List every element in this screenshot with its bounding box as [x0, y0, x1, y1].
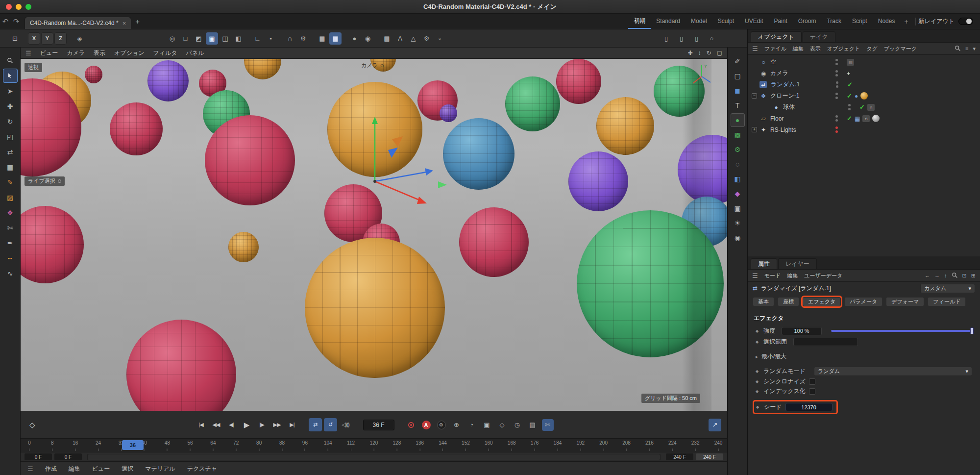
- close-window-button[interactable]: [6, 4, 12, 10]
- object-name[interactable]: Floor: [770, 115, 833, 122]
- maximize-icon[interactable]: ▢: [717, 50, 722, 56]
- plane-button[interactable]: △: [407, 32, 419, 45]
- settings-button[interactable]: ⚙: [420, 32, 433, 45]
- next-frame-button[interactable]: |▶: [255, 418, 269, 431]
- viewport-sphere[interactable]: [305, 238, 445, 378]
- layout-c-button[interactable]: ▯: [690, 32, 703, 45]
- selection-field[interactable]: [793, 338, 858, 346]
- dot-button[interactable]: ▪: [265, 32, 277, 45]
- back-icon[interactable]: ←: [925, 273, 930, 278]
- section-tab-座標[interactable]: 座標: [778, 297, 799, 306]
- grid-tag-tag-icon[interactable]: ▦: [855, 115, 860, 122]
- material-tag-icon[interactable]: [872, 115, 880, 122]
- rotate-tool[interactable]: ↻: [3, 114, 18, 128]
- attr-menu-ユーザーデータ[interactable]: ユーザーデータ: [804, 272, 842, 279]
- attr-menu-編集[interactable]: 編集: [787, 272, 798, 279]
- manager-tab-テイク[interactable]: テイク: [803, 31, 835, 42]
- object-row-ランダム.1[interactable]: ·⇄ランダム.1✓: [748, 79, 980, 90]
- search-icon[interactable]: [952, 272, 958, 279]
- magnet-button[interactable]: ∩: [284, 32, 296, 45]
- range-start-field-2[interactable]: 0 F: [54, 453, 82, 460]
- field-obj-icon[interactable]: ◌: [731, 157, 745, 171]
- expand-arrow-icon[interactable]: ▸: [756, 354, 758, 359]
- om-menu-編集[interactable]: 編集: [793, 45, 804, 52]
- phong-tag-icon[interactable]: ∩: [862, 115, 870, 122]
- strength-slider[interactable]: [831, 330, 972, 332]
- tag-icons[interactable]: ✓: [847, 81, 853, 88]
- new-layout-toggle[interactable]: [958, 18, 973, 25]
- diamond-icon[interactable]: ◆: [756, 340, 760, 344]
- seed-field[interactable]: 12370: [785, 403, 833, 411]
- effector-obj-icon[interactable]: ●: [731, 113, 745, 127]
- workplane-button[interactable]: ◈: [74, 32, 86, 45]
- scale-tool[interactable]: ◰: [3, 129, 18, 144]
- text-obj-icon[interactable]: T: [731, 99, 745, 112]
- viewport-menu-オプション[interactable]: オプション: [114, 49, 144, 57]
- character-tool[interactable]: ❖: [3, 205, 18, 220]
- check-tag-icon[interactable]: ✓: [847, 81, 853, 88]
- camera-obj-icon[interactable]: ▣: [731, 201, 745, 215]
- autokey-button[interactable]: A: [420, 419, 432, 431]
- attribute-tab-レイヤー[interactable]: レイヤー: [778, 258, 817, 269]
- section-tab-フィールド[interactable]: フィールド: [928, 297, 966, 306]
- object-row-クローン-1[interactable]: −❖クローン-1✓●: [748, 90, 980, 101]
- object-name[interactable]: 球体: [783, 103, 846, 111]
- cycle-button[interactable]: ↺: [324, 418, 337, 431]
- layer-thumb-tag-icon[interactable]: ▨: [847, 59, 854, 66]
- layout-tab-Paint[interactable]: Paint: [768, 14, 792, 29]
- random-mode-dropdown[interactable]: ランダム ▾: [814, 367, 972, 376]
- tag-icons[interactable]: +: [847, 70, 850, 77]
- object-row-RS-Lights[interactable]: +✦RS-Lights: [748, 124, 980, 135]
- object-manager-menu-icon[interactable]: ☰: [752, 45, 758, 52]
- tag-icons[interactable]: ✓∩: [859, 103, 875, 111]
- layout-tab-初期[interactable]: 初期: [628, 14, 651, 29]
- minimize-window-button[interactable]: [16, 4, 22, 10]
- deformer-obj-icon[interactable]: ◆: [731, 187, 745, 200]
- diamond-icon[interactable]: ◆: [756, 405, 760, 409]
- spline-tool[interactable]: ∿: [3, 266, 18, 280]
- collapse-icon[interactable]: −: [752, 93, 757, 99]
- object-row-カメラ[interactable]: ·◉カメラ+: [748, 68, 980, 79]
- visibility-dots[interactable]: [833, 59, 840, 65]
- points-button[interactable]: ▣: [206, 32, 218, 45]
- bottom-menu-編集[interactable]: 編集: [69, 465, 80, 473]
- phong-tag-icon[interactable]: ∩: [867, 104, 875, 111]
- bottom-menu-ビュー[interactable]: ビュー: [92, 465, 110, 473]
- object-name[interactable]: クローン-1: [770, 92, 833, 100]
- clone-tool[interactable]: ▦: [3, 160, 18, 174]
- om-menu-タグ[interactable]: タグ: [866, 45, 878, 52]
- check-tag-icon[interactable]: ✓: [859, 103, 865, 111]
- viewport-sphere[interactable]: [85, 66, 102, 83]
- add-layout-tab-button[interactable]: +: [900, 18, 912, 25]
- goto-end-button[interactable]: ▶|: [286, 418, 299, 431]
- bottom-menu-icon[interactable]: ☰: [27, 465, 33, 473]
- visibility-dots[interactable]: [833, 70, 840, 76]
- camera-label-group[interactable]: カメラ ⊙: [361, 62, 384, 69]
- object-name[interactable]: カメラ: [770, 69, 833, 77]
- prev-keyframe-button[interactable]: ◀◀: [210, 418, 223, 431]
- record-position-button[interactable]: ⊕: [451, 419, 463, 431]
- mini-button[interactable]: ▫: [434, 32, 446, 45]
- zoom-tool[interactable]: [3, 53, 18, 68]
- polygons-button[interactable]: ◧: [232, 32, 245, 45]
- layout-tab-Nodes[interactable]: Nodes: [873, 14, 901, 29]
- bottom-menu-選択[interactable]: 選択: [122, 465, 133, 473]
- viewport-menu-icon[interactable]: ☰: [25, 50, 31, 57]
- target-tag-icon[interactable]: +: [847, 70, 850, 77]
- search-icon[interactable]: [955, 45, 961, 52]
- timeline-ruler[interactable]: 0816243240485664728088961041121201281361…: [21, 438, 727, 452]
- viewport-sphere[interactable]: [568, 151, 628, 211]
- record-scale-button[interactable]: ◔: [466, 419, 478, 431]
- range-start-field[interactable]: 0 F: [24, 453, 52, 460]
- goto-start-button[interactable]: |◀: [195, 418, 208, 431]
- corner-button[interactable]: ∟: [251, 32, 264, 45]
- model-button[interactable]: □: [179, 32, 192, 45]
- viewport-sphere[interactable]: [244, 59, 281, 79]
- expand-icon[interactable]: +: [752, 127, 757, 132]
- spline-pen-tool[interactable]: ✎: [3, 175, 18, 189]
- viewport-sphere[interactable]: [459, 207, 529, 277]
- lock-icon[interactable]: ⊡: [962, 273, 967, 279]
- pen-tool-icon[interactable]: ✐: [731, 54, 745, 68]
- layout-b-button[interactable]: ▯: [675, 32, 687, 45]
- tag-icons[interactable]: ▨: [847, 59, 854, 66]
